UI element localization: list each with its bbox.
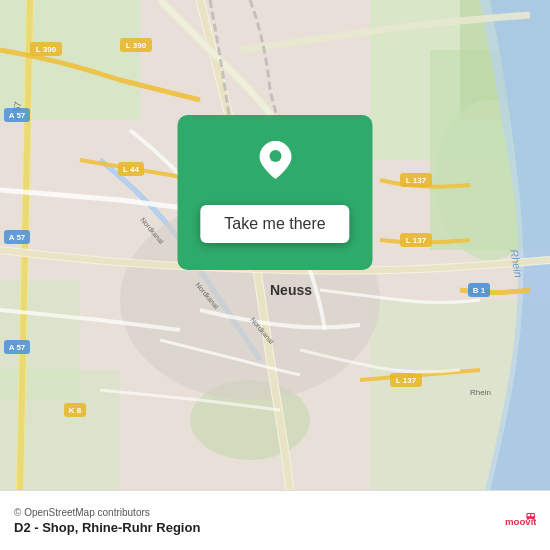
location-title: D2 - Shop, Rhine-Ruhr Region [14,520,200,535]
svg-text:L 137: L 137 [406,176,427,185]
location-pin-icon [253,137,297,181]
take-me-there-button[interactable]: Take me there [200,205,349,243]
svg-text:A 57: A 57 [9,233,26,242]
location-card [178,115,373,270]
svg-rect-44 [527,514,530,516]
bottom-info: © OpenStreetMap contributors D2 - Shop, … [14,507,200,535]
svg-text:L 44: L 44 [123,165,139,174]
svg-text:A 57: A 57 [9,343,26,352]
svg-text:L 390: L 390 [126,41,147,50]
svg-point-46 [527,517,529,519]
svg-text:A 57: A 57 [9,111,26,120]
map-container: A 57 A 57 A 57 A 57 L 390 L 390 L 44 L 1… [0,0,550,490]
moovit-icon: moovit [504,505,536,537]
svg-text:L 137: L 137 [396,376,417,385]
svg-rect-45 [531,514,534,516]
svg-text:L 390: L 390 [36,45,57,54]
svg-text:Rhein: Rhein [470,388,491,397]
osm-attribution: © OpenStreetMap contributors [14,507,200,518]
svg-text:K 8: K 8 [69,406,82,415]
svg-rect-1 [0,0,140,120]
svg-text:Neuss: Neuss [270,282,312,298]
moovit-logo: moovit [504,505,536,537]
bottom-bar: © OpenStreetMap contributors D2 - Shop, … [0,490,550,550]
svg-text:B 1: B 1 [473,286,486,295]
svg-text:L 137: L 137 [406,236,427,245]
svg-point-41 [269,150,281,162]
svg-point-47 [532,517,534,519]
